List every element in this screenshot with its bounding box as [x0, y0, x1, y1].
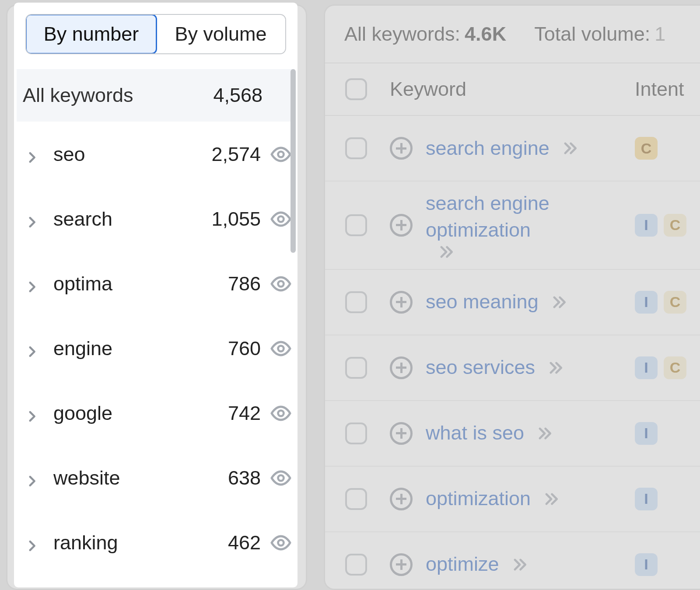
keyword-link[interactable]: optimize: [426, 551, 528, 578]
intent-cell: I: [635, 488, 658, 510]
chevron-right-icon[interactable]: [24, 212, 39, 227]
keyword-row-name: seo: [53, 143, 85, 166]
keyword-row-count: 638: [228, 467, 261, 489]
keyword-row[interactable]: ranking462: [17, 510, 295, 575]
keyword-list: seo2,574search1,055optima786engine760goo…: [17, 122, 295, 575]
eye-icon[interactable]: [270, 532, 291, 553]
row-checkbox[interactable]: [345, 422, 367, 444]
row-checkbox[interactable]: [345, 214, 367, 236]
intent-cell: C: [635, 137, 658, 160]
chevron-right-icon[interactable]: [24, 341, 39, 356]
plus-circle-icon[interactable]: [390, 422, 413, 445]
sidebar-highlighted: By number By volume All keywords 4,568 s…: [17, 5, 295, 585]
row-checkbox[interactable]: [345, 488, 367, 510]
keyword-row-count: 786: [228, 272, 261, 295]
keyword-row-name: search: [53, 208, 112, 230]
plus-circle-icon[interactable]: [390, 214, 413, 237]
keyword-row[interactable]: google742: [17, 381, 295, 445]
keyword-link[interactable]: optimization: [426, 485, 560, 512]
all-keywords-row-label: All keywords: [23, 84, 133, 107]
double-chevron-icon[interactable]: [547, 360, 564, 376]
eye-icon[interactable]: [270, 468, 291, 489]
intent-cell: I: [635, 553, 658, 576]
tab-by-number[interactable]: By number: [25, 14, 157, 54]
plus-circle-icon[interactable]: [390, 356, 413, 379]
plus-circle-icon[interactable]: [390, 553, 413, 576]
keyword-row-count: 760: [228, 337, 261, 360]
chevron-right-icon[interactable]: [24, 276, 39, 291]
intent-badge: I: [635, 291, 658, 314]
sidebar-body: All keywords 4,568 seo2,574search1,055op…: [17, 69, 295, 583]
row-checkbox[interactable]: [345, 137, 367, 159]
plus-circle-icon[interactable]: [390, 137, 413, 160]
column-intent[interactable]: Intent: [635, 78, 684, 101]
total-volume-value-cut: 1: [654, 23, 665, 45]
row-checkbox[interactable]: [345, 357, 367, 379]
keyword-link[interactable]: seo services: [426, 354, 564, 381]
keyword-row-count: 1,055: [211, 208, 261, 230]
intent-badge: C: [635, 137, 658, 160]
result-row: what is seoI: [325, 401, 700, 467]
intent-badge: I: [635, 488, 658, 510]
keyword-row-name: ranking: [53, 531, 118, 554]
all-keywords-row[interactable]: All keywords 4,568: [17, 69, 295, 122]
result-row: seo meaningIC: [325, 270, 700, 335]
intent-cell: I: [635, 422, 658, 445]
eye-icon[interactable]: [270, 144, 291, 165]
eye-icon[interactable]: [270, 403, 291, 424]
double-chevron-icon[interactable]: [438, 244, 455, 260]
result-row: optimizationI: [325, 467, 700, 532]
keyword-row[interactable]: optima786: [17, 251, 295, 316]
double-chevron-icon[interactable]: [536, 425, 553, 442]
keyword-row[interactable]: search1,055: [17, 186, 295, 251]
keyword-row-count: 2,574: [211, 143, 261, 166]
double-chevron-icon[interactable]: [511, 556, 528, 573]
sidebar-scrollbar[interactable]: [290, 69, 296, 253]
intent-badge: I: [635, 214, 658, 237]
double-chevron-icon[interactable]: [551, 294, 567, 311]
chevron-right-icon[interactable]: [24, 147, 39, 162]
intent-badge: I: [635, 356, 658, 379]
all-keywords-label: All keywords:: [344, 23, 460, 45]
results-panel: All keywords: 4.6K Total volume: 1 Keywo…: [324, 4, 700, 590]
eye-icon[interactable]: [270, 338, 291, 359]
keyword-row-count: 742: [228, 402, 261, 425]
keyword-link[interactable]: search engine optimization: [426, 190, 618, 260]
result-row: search engineC: [325, 116, 700, 182]
intent-cell: IC: [635, 291, 686, 314]
results-header-row: Keyword Intent: [325, 63, 700, 116]
result-row: search engine optimizationIC: [325, 182, 700, 270]
keyword-row[interactable]: engine760: [17, 316, 295, 381]
select-all-checkbox[interactable]: [345, 78, 367, 100]
results-body: search engineCsearch engine optimization…: [325, 116, 700, 590]
intent-cell: IC: [635, 214, 686, 237]
plus-circle-icon[interactable]: [390, 291, 413, 314]
keyword-row-name: engine: [53, 337, 112, 360]
keyword-row[interactable]: seo2,574: [17, 122, 295, 186]
keyword-link[interactable]: seo meaning: [426, 289, 567, 315]
row-checkbox[interactable]: [345, 291, 367, 313]
keyword-row[interactable]: website638: [17, 445, 295, 510]
chevron-right-icon[interactable]: [24, 471, 39, 485]
eye-icon[interactable]: [270, 209, 291, 230]
plus-circle-icon[interactable]: [390, 488, 413, 510]
column-keyword[interactable]: Keyword: [390, 78, 635, 101]
keyword-link[interactable]: what is seo: [426, 420, 553, 447]
intent-badge: I: [635, 422, 658, 445]
intent-badge: I: [635, 553, 658, 576]
keyword-row-count: 462: [228, 531, 261, 554]
double-chevron-icon[interactable]: [562, 140, 578, 157]
eye-icon[interactable]: [270, 273, 291, 294]
intent-badge: C: [664, 356, 686, 379]
row-checkbox[interactable]: [345, 554, 367, 576]
sidebar-tabs: By number By volume: [25, 14, 286, 54]
intent-cell: IC: [635, 356, 686, 379]
results-summary: All keywords: 4.6K Total volume: 1: [325, 6, 700, 63]
keyword-row-name: optima: [53, 272, 112, 295]
keyword-link[interactable]: search engine: [426, 135, 578, 162]
chevron-right-icon[interactable]: [24, 535, 39, 550]
keyword-row-name: website: [53, 467, 120, 489]
tab-by-volume[interactable]: By volume: [156, 15, 285, 53]
double-chevron-icon[interactable]: [543, 491, 560, 507]
chevron-right-icon[interactable]: [24, 406, 39, 421]
